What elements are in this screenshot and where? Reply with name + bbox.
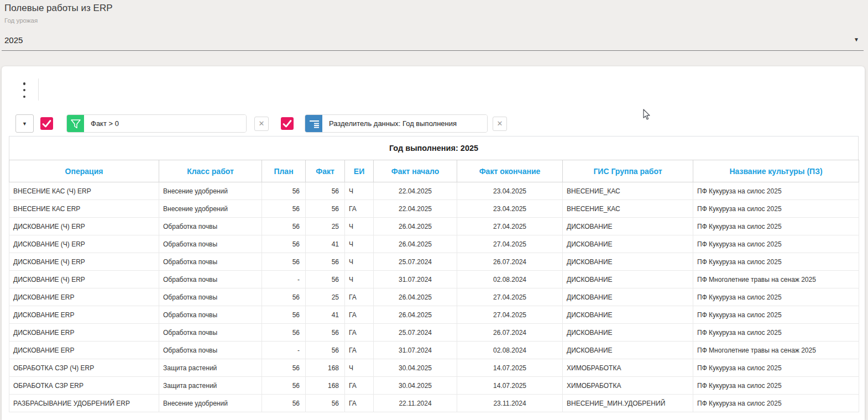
table-cell: 56 — [262, 377, 306, 395]
table-cell: 56 — [306, 342, 345, 359]
kebab-menu-button[interactable] — [18, 82, 30, 98]
filter-enabled-checkbox-1[interactable] — [40, 117, 53, 130]
column-header-2[interactable]: Класс работ — [159, 160, 262, 182]
table-cell: 56 — [306, 182, 345, 200]
filter-enabled-checkbox-2[interactable] — [281, 117, 294, 130]
table-cell: ГА — [345, 377, 374, 395]
table-cell: 27.04.2025 — [457, 288, 563, 306]
table-cell: Обработка почвы — [159, 253, 262, 271]
column-header-3[interactable]: План — [262, 160, 306, 182]
table-cell: 14.07.2025 — [457, 377, 563, 395]
column-header-8[interactable]: ГИС Группа работ — [563, 160, 693, 182]
table-cell: ПФ Кукуруза на силос 2025 — [693, 377, 859, 395]
column-header-4[interactable]: Факт — [306, 160, 345, 182]
filter-clear-button-2[interactable]: ✕ — [493, 117, 507, 131]
data-grid-container: Год выполнения: 2025 ОперацияКласс работ… — [9, 136, 859, 412]
table-cell: 56 — [262, 200, 306, 218]
data-separator-input[interactable] — [322, 115, 487, 132]
table-cell: 23.04.2025 — [457, 200, 563, 218]
table-cell: ДИСКОВАНИЕ — [563, 253, 693, 271]
table-cell: ПФ Кукуруза на силос 2025 — [693, 395, 859, 412]
table-cell: - — [262, 342, 306, 359]
table-cell: ГА — [345, 342, 374, 359]
table-row[interactable]: ДИСКОВАНИЕ ERPОбработка почвы5641ГА26.04… — [9, 306, 859, 324]
table-cell: 168 — [306, 377, 345, 395]
harvest-year-select[interactable]: 2025 ▼ — [2, 29, 864, 51]
table-row[interactable]: ДИСКОВАНИЕ ERPОбработка почвы-56ГА31.07.… — [9, 342, 859, 359]
table-cell: ДИСКОВАНИЕ (Ч) ERP — [9, 218, 159, 235]
table-cell: 56 — [306, 271, 345, 288]
table-cell: ДИСКОВАНИЕ — [563, 288, 693, 306]
table-cell: ДИСКОВАНИЕ ERP — [9, 306, 159, 324]
harvest-year-value: 2025 — [4, 35, 23, 45]
table-cell: 56 — [306, 395, 345, 412]
table-row[interactable]: ДИСКОВАНИЕ ERPОбработка почвы5656ГА25.07… — [9, 324, 859, 342]
data-separator-group — [305, 114, 488, 133]
table-cell: 56 — [262, 324, 306, 342]
table-row[interactable]: ОБРАБОТКА СЗР (Ч) ERPЗащита растений5616… — [9, 359, 859, 377]
table-cell: 26.04.2025 — [374, 218, 457, 235]
table-cell: ХИМОБРАБОТКА — [563, 377, 693, 395]
table-cell: ВНЕСЕНИЕ_КАС — [563, 200, 693, 218]
table-cell: Внесение удобрений — [159, 395, 262, 412]
table-cell: ХИМОБРАБОТКА — [563, 359, 693, 377]
table-cell: ПФ Многолетние травы на сенаж 2025 — [693, 271, 859, 288]
table-cell: 26.04.2025 — [374, 288, 457, 306]
table-cell: Защита растений — [159, 359, 262, 377]
table-cell: Обработка почвы — [159, 218, 262, 235]
clear-x-icon: ✕ — [259, 119, 265, 128]
filter-funnel-icon[interactable] — [67, 115, 84, 132]
table-row[interactable]: РАЗБРАСЫВАНИЕ УДОБРЕНИЙ ERPВнесение удоб… — [9, 395, 859, 412]
page-header: Полевые работы из ERP Год урожая 2025 ▼ — [0, 0, 868, 65]
table-cell: 31.07.2024 — [374, 271, 457, 288]
table-cell: Обработка почвы — [159, 306, 262, 324]
column-header-5[interactable]: ЕИ — [345, 160, 374, 182]
table-row[interactable]: ВНЕСЕНИЕ КАС ERPВнесение удобрений5656ГА… — [9, 200, 859, 218]
filter-options-dropdown-button[interactable]: ▼ — [15, 114, 34, 133]
funnel-glyph — [67, 116, 84, 132]
table-cell: 26.04.2025 — [374, 235, 457, 253]
table-row[interactable]: ДИСКОВАНИЕ (Ч) ERPОбработка почвы5641Ч26… — [9, 235, 859, 253]
table-cell: ПФ Кукуруза на силос 2025 — [693, 359, 859, 377]
table-row[interactable]: ДИСКОВАНИЕ (Ч) ERPОбработка почвы5656Ч25… — [9, 253, 859, 271]
data-grid: ОперацияКласс работПланФактЕИФакт начало… — [9, 160, 859, 412]
table-cell: ПФ Кукуруза на силос 2025 — [693, 235, 859, 253]
table-cell: 26.07.2024 — [457, 324, 563, 342]
table-row[interactable]: ДИСКОВАНИЕ (Ч) ERPОбработка почвы5625Ч26… — [9, 218, 859, 235]
table-row[interactable]: ОБРАБОТКА СЗР ERPЗащита растений56168ГА3… — [9, 377, 859, 395]
table-cell: ДИСКОВАНИЕ (Ч) ERP — [9, 235, 159, 253]
filter-clear-button-1[interactable]: ✕ — [254, 117, 269, 131]
table-cell: 25 — [306, 218, 345, 235]
table-cell: 22.04.2025 — [374, 200, 457, 218]
table-cell: ОБРАБОТКА СЗР ERP — [9, 377, 159, 395]
filter-expression-input-1[interactable] — [84, 115, 246, 132]
table-cell: Ч — [345, 253, 374, 271]
table-cell: ДИСКОВАНИЕ ERP — [9, 342, 159, 359]
column-header-1[interactable]: Операция — [9, 160, 159, 182]
column-header-9[interactable]: Название культуры (ПЗ) — [693, 160, 859, 182]
table-row[interactable]: ДИСКОВАНИЕ (Ч) ERPОбработка почвы-56Ч31.… — [9, 271, 859, 288]
table-row[interactable]: ДИСКОВАНИЕ ERPОбработка почвы5625ГА26.04… — [9, 288, 859, 306]
table-cell: Обработка почвы — [159, 342, 262, 359]
table-cell: 56 — [306, 200, 345, 218]
report-card: ▼ ✕ — [2, 66, 865, 420]
column-header-7[interactable]: Факт окончание — [457, 160, 563, 182]
table-cell: 27.04.2025 — [457, 218, 563, 235]
column-header-6[interactable]: Факт начало — [374, 160, 457, 182]
table-cell: Ч — [345, 359, 374, 377]
table-cell: 26.07.2024 — [457, 253, 563, 271]
table-cell: ПФ Многолетние травы на сенаж 2025 — [693, 342, 859, 359]
card-toolbar — [2, 66, 865, 114]
filter-bar: ▼ ✕ — [2, 114, 865, 133]
table-cell: ГА — [345, 324, 374, 342]
table-cell: 56 — [262, 288, 306, 306]
table-cell: 56 — [262, 395, 306, 412]
table-cell: 56 — [306, 324, 345, 342]
table-cell: 56 — [262, 359, 306, 377]
table-cell: 23.11.2024 — [457, 395, 563, 412]
table-row[interactable]: ВНЕСЕНИЕ КАС (Ч) ERPВнесение удобрений56… — [9, 182, 859, 200]
table-cell: 25.07.2024 — [374, 253, 457, 271]
table-cell: 168 — [306, 359, 345, 377]
data-separator-icon[interactable] — [305, 115, 322, 132]
table-cell: 41 — [306, 235, 345, 253]
